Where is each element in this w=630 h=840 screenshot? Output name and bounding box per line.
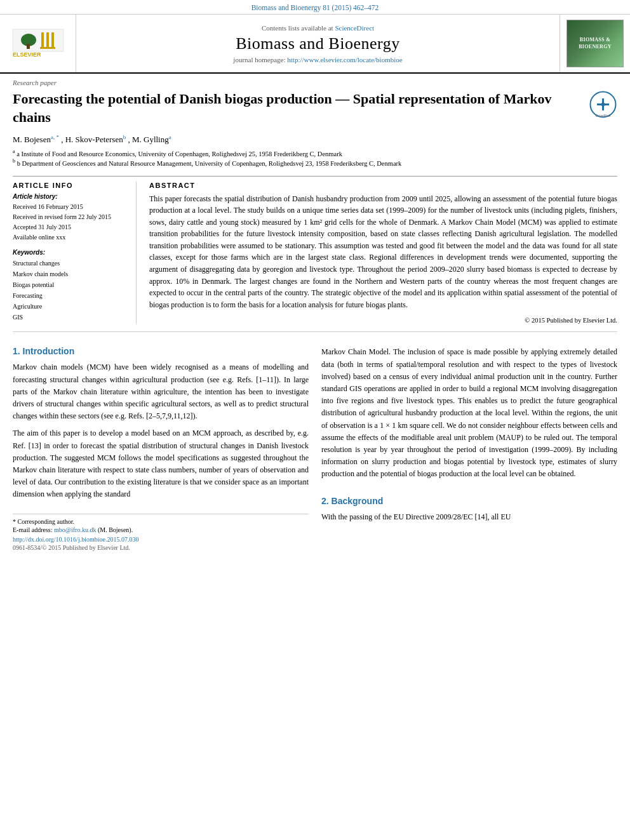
footnotes: * Corresponding author. E-mail address: … [13, 514, 309, 533]
paper-title: Forecasting the potential of Danish biog… [13, 90, 579, 126]
doi-link[interactable]: http://dx.doi.org/10.1016/j.biombioe.201… [13, 536, 138, 543]
main-right-column: Markov Chain Model. The inclusion of spa… [321, 346, 617, 550]
issn-line: 0961-8534/© 2015 Published by Elsevier L… [13, 544, 309, 551]
affiliation-a: a a Institute of Food and Resource Econo… [13, 149, 617, 157]
journal-header: ELSEVIER Contents lists available at Sci… [0, 15, 630, 74]
background-heading: 2. Background [321, 496, 617, 506]
history-label: Article history: [13, 193, 126, 200]
accepted-date: Accepted 31 July 2015 [13, 222, 126, 232]
svg-rect-6 [40, 47, 55, 49]
keyword-3: Biogas potential [13, 279, 126, 290]
copyright-line: © 2015 Published by Elsevier Ltd. [149, 317, 617, 324]
svg-text:CrossMark: CrossMark [595, 114, 611, 117]
footnote-corresponding: * Corresponding author. [13, 518, 309, 525]
svg-rect-0 [13, 29, 64, 51]
keyword-4: Forecasting [13, 290, 126, 301]
section-divider-2 [13, 331, 617, 332]
keyword-2: Markov chain models [13, 269, 126, 279]
svg-rect-5 [51, 32, 54, 48]
paper-title-section: Forecasting the potential of Danish biog… [0, 88, 630, 131]
keyword-5: Agriculture [13, 301, 126, 312]
article-type: Research paper [0, 74, 630, 88]
keyword-6: GIS [13, 312, 126, 323]
affiliations: a a Institute of Food and Resource Econo… [13, 149, 617, 167]
svg-text:ELSEVIER: ELSEVIER [13, 51, 41, 58]
sciencedirect-link[interactable]: ScienceDirect [335, 24, 374, 32]
abstract-header: ABSTRACT [149, 182, 617, 189]
contents-line: Contents lists available at ScienceDirec… [262, 24, 374, 32]
citation-bar: Biomass and Bioenergy 81 (2015) 462–472 [0, 0, 630, 15]
received-date: Received 16 February 2015 [13, 202, 126, 212]
article-info-panel: ARTICLE INFO Article history: Received 1… [13, 182, 137, 324]
author-email-link[interactable]: mbo@ifro.ku.dk [54, 526, 96, 533]
authors-line: M. Bojesena, * , H. Skov-Petersenb , M. … [13, 134, 617, 145]
available-date: Available online xxx [13, 232, 126, 243]
article-info-abstract-section: ARTICLE INFO Article history: Received 1… [0, 182, 630, 324]
elsevier-logo-icon: ELSEVIER [10, 26, 67, 61]
abstract-panel: ABSTRACT This paper forecasts the spatia… [149, 182, 617, 324]
received-revised-date: Received in revised form 22 July 2015 [13, 212, 126, 222]
intro-right-text: Markov Chain Model. The inclusion of spa… [321, 346, 617, 480]
abstract-text: This paper forecasts the spatial distrib… [149, 193, 617, 311]
svg-rect-4 [46, 32, 49, 48]
keywords-section: Keywords: Structural changes Markov chai… [13, 249, 126, 323]
article-history: Article history: Received 16 February 20… [13, 193, 126, 243]
svg-rect-2 [27, 44, 30, 49]
section-divider-1 [13, 176, 617, 177]
keyword-1: Structural changes [13, 258, 126, 269]
main-left-column: 1. Introduction Markov chain models (MCM… [13, 346, 309, 550]
cover-image-area: BIOMASS & BIOENERGY [560, 15, 630, 72]
publisher-logo-area: ELSEVIER [0, 15, 76, 72]
footnote-email: E-mail address: mbo@ifro.ku.dk (M. Bojes… [13, 526, 309, 533]
crossmark-icon: CrossMark [589, 90, 617, 119]
journal-title: Biomass and Bioenergy [236, 34, 399, 53]
intro-heading: 1. Introduction [13, 346, 309, 356]
affiliation-b: b b Department of Geosciences and Natura… [13, 158, 617, 167]
authors-section: M. Bojesena, * , H. Skov-Petersenb , M. … [0, 131, 630, 170]
homepage-line: journal homepage: http://www.elsevier.co… [233, 56, 402, 63]
keywords-label: Keywords: [13, 249, 126, 256]
main-content-section: 1. Introduction Markov chain models (MCM… [0, 340, 630, 557]
doi-line: http://dx.doi.org/10.1016/j.biombioe.201… [13, 536, 309, 543]
article-info-header: ARTICLE INFO [13, 182, 126, 189]
intro-para-1: Markov chain models (MCM) have been wide… [13, 361, 309, 422]
journal-cover-image: BIOMASS & BIOENERGY [566, 20, 624, 67]
citation-text: Biomass and Bioenergy 81 (2015) 462–472 [251, 4, 379, 11]
journal-title-area: Contents lists available at ScienceDirec… [76, 15, 560, 72]
intro-para-2: The aim of this paper is to develop a mo… [13, 427, 309, 500]
svg-point-11 [601, 103, 605, 107]
background-text: With the passing of the EU Directive 200… [321, 511, 617, 523]
homepage-link[interactable]: http://www.elsevier.com/locate/biombioe [287, 56, 402, 63]
svg-rect-3 [41, 32, 44, 48]
